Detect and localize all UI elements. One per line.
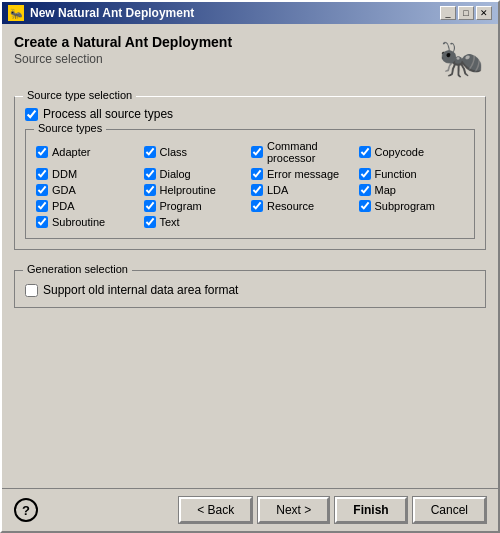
- subprogram-checkbox[interactable]: [359, 200, 371, 212]
- subroutine-checkbox[interactable]: [36, 216, 48, 228]
- source-type-selection-label: Source type selection: [23, 89, 136, 101]
- map-checkbox[interactable]: [359, 184, 371, 196]
- content-area: Create a Natural Ant Deployment Source s…: [2, 24, 498, 488]
- generation-selection-label: Generation selection: [23, 263, 132, 275]
- spacer: [14, 316, 486, 478]
- page-subtitle: Source selection: [14, 52, 232, 66]
- resource-checkbox[interactable]: [251, 200, 263, 212]
- helproutine-checkbox[interactable]: [144, 184, 156, 196]
- finish-button[interactable]: Finish: [335, 497, 406, 523]
- generation-selection-group: Generation selection Support old interna…: [14, 270, 486, 308]
- list-item: GDA: [36, 184, 142, 196]
- main-window: 🐜 New Natural Ant Deployment _ □ ✕ Creat…: [0, 0, 500, 533]
- support-old-checkbox[interactable]: [25, 284, 38, 297]
- list-item: Helproutine: [144, 184, 250, 196]
- program-label: Program: [160, 200, 202, 212]
- minimize-button[interactable]: _: [440, 6, 456, 20]
- function-label: Function: [375, 168, 417, 180]
- title-bar: 🐜 New Natural Ant Deployment _ □ ✕: [2, 2, 498, 24]
- adapter-checkbox[interactable]: [36, 146, 48, 158]
- resource-label: Resource: [267, 200, 314, 212]
- dialog-label: Dialog: [160, 168, 191, 180]
- pda-checkbox[interactable]: [36, 200, 48, 212]
- list-item: Subprogram: [359, 200, 465, 212]
- text-label: Text: [160, 216, 180, 228]
- command-processor-checkbox[interactable]: [251, 146, 263, 158]
- list-item: Subroutine: [36, 216, 142, 228]
- page-title: Create a Natural Ant Deployment: [14, 34, 232, 50]
- list-item: Resource: [251, 200, 357, 212]
- list-item: Dialog: [144, 168, 250, 180]
- helproutine-label: Helproutine: [160, 184, 216, 196]
- next-button[interactable]: Next >: [258, 497, 329, 523]
- class-label: Class: [160, 146, 188, 158]
- support-old-label: Support old internal data area format: [43, 283, 238, 297]
- list-item: Map: [359, 184, 465, 196]
- ant-icon: 🐜: [436, 34, 486, 84]
- navigation-buttons: < Back Next > Finish Cancel: [179, 497, 486, 523]
- process-all-row: Process all source types: [25, 107, 475, 121]
- close-button[interactable]: ✕: [476, 6, 492, 20]
- process-all-label: Process all source types: [43, 107, 173, 121]
- list-item: Class: [144, 140, 250, 164]
- program-checkbox[interactable]: [144, 200, 156, 212]
- source-types-group-label: Source types: [34, 122, 106, 134]
- source-type-selection-group: Source type selection Process all source…: [14, 96, 486, 250]
- map-label: Map: [375, 184, 396, 196]
- class-checkbox[interactable]: [144, 146, 156, 158]
- gda-checkbox[interactable]: [36, 184, 48, 196]
- pda-label: PDA: [52, 200, 75, 212]
- ddm-label: DDM: [52, 168, 77, 180]
- copycode-checkbox[interactable]: [359, 146, 371, 158]
- support-old-row: Support old internal data area format: [25, 283, 475, 297]
- function-checkbox[interactable]: [359, 168, 371, 180]
- title-icon: 🐜: [8, 5, 24, 21]
- lda-checkbox[interactable]: [251, 184, 263, 196]
- subroutine-label: Subroutine: [52, 216, 105, 228]
- list-item: Command processor: [251, 140, 357, 164]
- list-item: Adapter: [36, 140, 142, 164]
- subprogram-label: Subprogram: [375, 200, 436, 212]
- command-processor-label: Command processor: [267, 140, 357, 164]
- header-text: Create a Natural Ant Deployment Source s…: [14, 34, 232, 66]
- maximize-button[interactable]: □: [458, 6, 474, 20]
- error-message-label: Error message: [267, 168, 339, 180]
- list-item: Error message: [251, 168, 357, 180]
- list-item: Text: [144, 216, 250, 228]
- ddm-checkbox[interactable]: [36, 168, 48, 180]
- error-message-checkbox[interactable]: [251, 168, 263, 180]
- list-item: Copycode: [359, 140, 465, 164]
- lda-label: LDA: [267, 184, 288, 196]
- list-item: Function: [359, 168, 465, 180]
- copycode-label: Copycode: [375, 146, 425, 158]
- header-section: Create a Natural Ant Deployment Source s…: [14, 34, 486, 84]
- adapter-label: Adapter: [52, 146, 91, 158]
- process-all-checkbox[interactable]: [25, 108, 38, 121]
- list-item: DDM: [36, 168, 142, 180]
- help-button[interactable]: ?: [14, 498, 38, 522]
- source-types-group: Source types Adapter Class Command proce…: [25, 129, 475, 239]
- list-item: LDA: [251, 184, 357, 196]
- window-title: New Natural Ant Deployment: [30, 6, 194, 20]
- list-item: PDA: [36, 200, 142, 212]
- dialog-checkbox[interactable]: [144, 168, 156, 180]
- list-item: Program: [144, 200, 250, 212]
- back-button[interactable]: < Back: [179, 497, 252, 523]
- source-types-grid: Adapter Class Command processor Copycode: [36, 140, 464, 228]
- text-checkbox[interactable]: [144, 216, 156, 228]
- button-bar: ? < Back Next > Finish Cancel: [2, 488, 498, 531]
- cancel-button[interactable]: Cancel: [413, 497, 486, 523]
- gda-label: GDA: [52, 184, 76, 196]
- title-bar-controls: _ □ ✕: [440, 6, 492, 20]
- title-bar-left: 🐜 New Natural Ant Deployment: [8, 5, 194, 21]
